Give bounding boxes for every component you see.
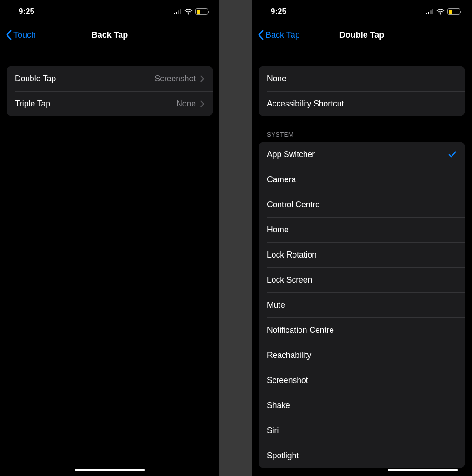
option-siri[interactable]: Siri <box>259 418 465 443</box>
status-time: 9:25 <box>271 7 286 16</box>
chevron-left-icon <box>258 30 264 40</box>
option-reachability[interactable]: Reachability <box>259 343 465 368</box>
top-group: None Accessibility Shortcut <box>259 66 465 116</box>
option-app-switcher[interactable]: App Switcher <box>259 142 465 167</box>
battery-icon <box>447 8 460 15</box>
row-label: Shake <box>267 401 290 410</box>
row-label: Double Tap <box>15 74 56 84</box>
option-spotlight[interactable]: Spotlight <box>259 443 465 468</box>
option-notification-centre[interactable]: Notification Centre <box>259 317 465 343</box>
status-bar: 9:25 <box>252 0 472 23</box>
row-label: Mute <box>267 300 285 310</box>
home-indicator[interactable] <box>75 469 145 471</box>
status-icons <box>426 8 461 15</box>
option-lock-rotation[interactable]: Lock Rotation <box>259 242 465 267</box>
row-label: None <box>267 74 286 84</box>
row-double-tap[interactable]: Double Tap Screenshot <box>7 66 213 91</box>
row-label: Triple Tap <box>15 99 50 109</box>
status-time: 9:25 <box>19 7 34 16</box>
back-button[interactable]: Back Tap <box>258 30 300 40</box>
option-lock-screen[interactable]: Lock Screen <box>259 267 465 292</box>
row-label: Control Centre <box>267 200 320 210</box>
nav-bar: Touch Back Tap <box>0 23 219 46</box>
option-camera[interactable]: Camera <box>259 167 465 192</box>
page-title: Back Tap <box>92 30 128 40</box>
back-button[interactable]: Touch <box>6 30 36 40</box>
option-home[interactable]: Home <box>259 217 465 242</box>
page-title: Double Tap <box>339 30 385 40</box>
back-label: Back Tap <box>266 30 300 40</box>
chevron-left-icon <box>6 30 12 40</box>
option-screenshot[interactable]: Screenshot <box>259 368 465 393</box>
chevron-right-icon <box>200 100 205 107</box>
row-label: Screenshot <box>267 376 308 385</box>
chevron-right-icon <box>200 75 205 82</box>
wifi-icon <box>184 9 193 15</box>
system-group: App Switcher Camera Control Centre Home … <box>259 142 465 468</box>
row-label: Notification Centre <box>267 325 334 335</box>
row-label: Spotlight <box>267 451 299 461</box>
option-control-centre[interactable]: Control Centre <box>259 192 465 217</box>
row-label: Reachability <box>267 350 311 360</box>
row-value: None <box>176 99 196 109</box>
option-none[interactable]: None <box>259 66 465 91</box>
row-triple-tap[interactable]: Triple Tap None <box>7 91 213 116</box>
option-shake[interactable]: Shake <box>259 393 465 418</box>
option-accessibility-shortcut[interactable]: Accessibility Shortcut <box>259 91 465 116</box>
checkmark-icon <box>448 151 457 158</box>
back-label: Touch <box>13 30 36 40</box>
battery-icon <box>195 8 208 15</box>
section-header-system: System <box>267 131 457 138</box>
status-bar: 9:25 <box>0 0 219 23</box>
status-icons <box>174 8 209 15</box>
cellular-icon <box>174 9 182 14</box>
content-area[interactable]: None Accessibility Shortcut System App S… <box>252 46 472 476</box>
option-mute[interactable]: Mute <box>259 292 465 317</box>
wifi-icon <box>436 9 445 15</box>
row-label: Accessibility Shortcut <box>267 99 344 109</box>
home-indicator[interactable] <box>388 469 458 471</box>
row-label: Home <box>267 225 289 235</box>
row-value: Screenshot <box>154 74 196 84</box>
nav-bar: Back Tap Double Tap <box>252 23 472 46</box>
row-label: App Switcher <box>267 150 315 159</box>
phone-screen-back-tap: 9:25 Touch Back Tap Double Tap Screensho… <box>0 0 219 476</box>
cellular-icon <box>426 9 434 14</box>
row-label: Camera <box>267 175 296 185</box>
content-area: Double Tap Screenshot Triple Tap None <box>0 46 219 476</box>
row-label: Siri <box>267 426 279 436</box>
row-label: Lock Screen <box>267 275 312 285</box>
settings-group: Double Tap Screenshot Triple Tap None <box>7 66 213 116</box>
phone-screen-double-tap: 9:25 Back Tap Double Tap None <box>252 0 472 476</box>
row-label: Lock Rotation <box>267 250 317 260</box>
